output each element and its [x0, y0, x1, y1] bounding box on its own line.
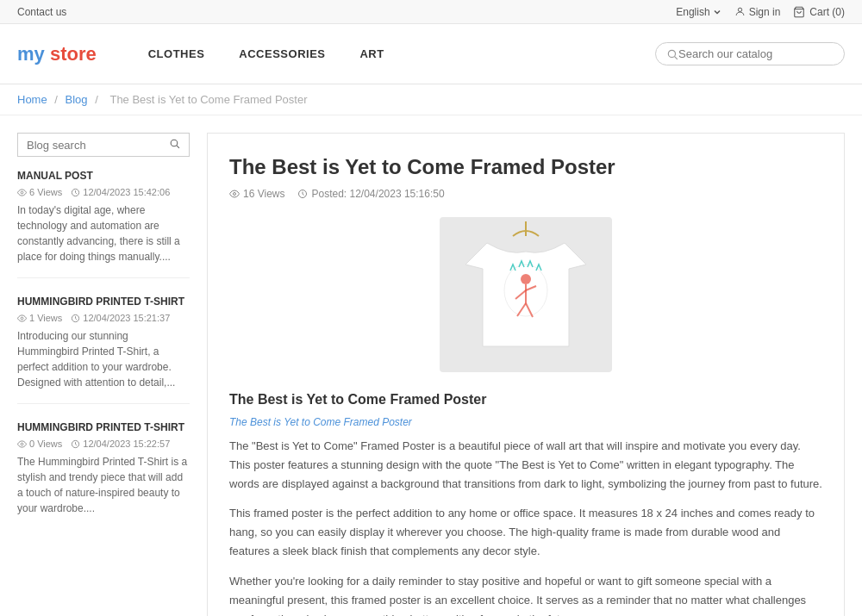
sidebar: MANUAL POST 6 Views 12/04/2023 15:42:06 — [17, 133, 190, 616]
eye-icon-3 — [17, 439, 27, 449]
article-subtitle: The Best is Yet to Come Framed Poster — [229, 392, 822, 408]
sidebar-post-1-views: 6 Views — [17, 187, 62, 197]
breadcrumb-home[interactable]: Home — [17, 93, 47, 106]
chevron-down-icon — [713, 8, 721, 16]
sidebar-post-1-meta: 6 Views 12/04/2023 15:42:06 — [17, 187, 190, 197]
sidebar-post-2-meta: 1 Views 12/04/2023 15:21:37 — [17, 313, 190, 323]
sidebar-post-1: MANUAL POST 6 Views 12/04/2023 15:42:06 — [17, 170, 190, 278]
cart-label: Cart (0) — [809, 6, 845, 18]
svg-point-6 — [21, 191, 23, 194]
language-label: English — [676, 6, 709, 18]
article-clock-icon — [297, 189, 308, 199]
contact-link[interactable]: Contact us — [17, 6, 66, 18]
clock-icon-3 — [71, 439, 80, 449]
article: The Best is Yet to Come Framed Poster 16… — [207, 133, 845, 616]
svg-line-5 — [177, 146, 179, 148]
sidebar-post-3: HUMMINGBIRD PRINTED T-SHIRT 0 Views 12/0… — [17, 421, 190, 529]
article-img-caption: The Best is Yet to Come Framed Poster — [229, 416, 822, 428]
svg-point-8 — [21, 317, 23, 320]
article-meta: 16 Views Posted: 12/04/2023 15:16:50 — [229, 188, 822, 200]
sidebar-post-3-title[interactable]: HUMMINGBIRD PRINTED T-SHIRT — [17, 421, 190, 433]
sidebar-post-3-date: 12/04/2023 15:22:57 — [71, 439, 170, 449]
sign-in-button[interactable]: Sign in — [734, 6, 781, 18]
sidebar-post-1-excerpt: In today's digital age, where technology… — [17, 202, 190, 264]
breadcrumb-blog[interactable]: Blog — [66, 93, 88, 106]
top-bar: Contact us English Sign in Cart (0) — [0, 0, 862, 24]
sidebar-post-1-date: 12/04/2023 15:42:06 — [71, 187, 170, 197]
article-para-3: Whether you're looking for a daily remin… — [229, 572, 822, 616]
eye-icon — [17, 188, 27, 197]
header-search-box — [655, 42, 845, 65]
header-search-icon[interactable] — [666, 48, 678, 60]
sidebar-post-2: HUMMINGBIRD PRINTED T-SHIRT 1 Views 12/0… — [17, 296, 190, 404]
article-eye-icon — [229, 189, 240, 199]
article-body: The "Best is Yet to Come" Framed Poster … — [229, 437, 822, 616]
sidebar-post-2-title[interactable]: HUMMINGBIRD PRINTED T-SHIRT — [17, 296, 190, 308]
svg-line-3 — [675, 56, 678, 59]
breadcrumb-sep2: / — [95, 93, 101, 106]
svg-point-0 — [738, 8, 741, 11]
sidebar-post-2-views: 1 Views — [17, 313, 62, 323]
tshirt-svg — [440, 217, 612, 372]
header: my store CLOTHES ACCESSORIES ART — [0, 24, 862, 84]
blog-search-input[interactable] — [27, 139, 169, 152]
article-para-2: This framed poster is the perfect additi… — [229, 504, 822, 561]
cart-icon — [793, 6, 805, 18]
main-container: MANUAL POST 6 Views 12/04/2023 15:42:06 — [0, 115, 862, 616]
svg-point-12 — [234, 193, 236, 196]
clock-icon-2 — [71, 314, 80, 323]
article-title: The Best is Yet to Come Framed Poster — [229, 155, 822, 179]
breadcrumb-current: The Best is Yet to Come Framed Poster — [109, 93, 307, 106]
top-bar-right: English Sign in Cart (0) — [676, 6, 845, 18]
language-selector[interactable]: English — [676, 6, 721, 18]
svg-point-2 — [668, 50, 675, 57]
sidebar-post-2-date: 12/04/2023 15:21:37 — [71, 313, 170, 323]
user-icon — [734, 6, 746, 17]
sidebar-post-1-title[interactable]: MANUAL POST — [17, 170, 190, 182]
article-posted-date: Posted: 12/04/2023 15:16:50 — [297, 188, 444, 200]
nav-art[interactable]: ART — [342, 47, 401, 60]
breadcrumb-sep1: / — [54, 93, 60, 106]
cart-button[interactable]: Cart (0) — [793, 6, 845, 18]
sidebar-post-3-views: 0 Views — [17, 439, 62, 449]
sidebar-post-3-meta: 0 Views 12/04/2023 15:22:57 — [17, 439, 190, 449]
article-para-1: The "Best is Yet to Come" Framed Poster … — [229, 437, 822, 494]
main-nav: CLOTHES ACCESSORIES ART — [131, 47, 655, 60]
header-search-input[interactable] — [678, 47, 834, 60]
svg-point-10 — [21, 443, 23, 445]
blog-search-button[interactable] — [169, 138, 180, 152]
nav-clothes[interactable]: CLOTHES — [131, 47, 222, 60]
breadcrumb: Home / Blog / The Best is Yet to Come Fr… — [0, 84, 862, 115]
logo-store: store — [45, 43, 97, 65]
clock-icon — [71, 188, 80, 197]
site-logo[interactable]: my store — [17, 43, 97, 65]
sign-in-label: Sign in — [749, 6, 781, 18]
nav-accessories[interactable]: ACCESSORIES — [222, 47, 342, 60]
logo-my: my — [17, 43, 45, 65]
article-image — [431, 217, 621, 375]
svg-point-17 — [521, 274, 531, 284]
article-views: 16 Views — [229, 188, 284, 200]
svg-point-4 — [171, 140, 178, 146]
blog-search-box — [17, 133, 190, 157]
sidebar-post-2-excerpt: Introducing our stunning Hummingbird Pri… — [17, 328, 190, 390]
sidebar-post-3-excerpt: The Hummingbird Printed T-Shirt is a sty… — [17, 454, 190, 516]
eye-icon-2 — [17, 314, 27, 323]
